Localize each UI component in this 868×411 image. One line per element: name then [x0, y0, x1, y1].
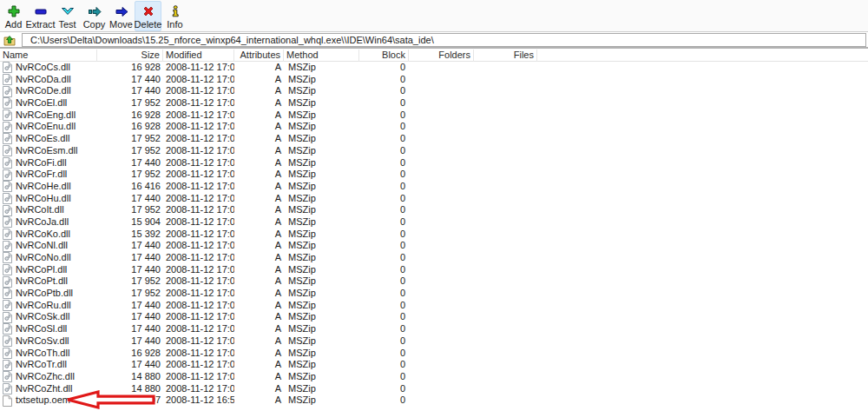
file-files: [474, 359, 537, 371]
table-row[interactable]: NvRCoDa.dll 17 440 2008-11-12 17:00 A MS…: [0, 74, 868, 86]
file-method: MSZip: [284, 85, 359, 97]
file-size: 17 952: [97, 275, 163, 288]
table-row[interactable]: NvRCoFr.dll 17 952 2008-11-12 17:00 A MS…: [0, 169, 868, 181]
file-files: [474, 288, 537, 300]
file-attributes: A: [234, 74, 284, 86]
table-row[interactable]: NvRCoHu.dll 17 440 2008-11-12 17:00 A MS…: [0, 193, 868, 205]
table-row[interactable]: NvRCoEl.dll 17 952 2008-11-12 17:00 A MS…: [0, 97, 868, 109]
column-header-attributes[interactable]: Attributes: [234, 50, 284, 62]
file-attributes: A: [234, 323, 284, 335]
move-button-label: Move: [109, 20, 133, 30]
file-files: [474, 264, 537, 276]
table-row[interactable]: NvRCoCs.dll 16 928 2008-11-12 17:00 A MS…: [0, 62, 868, 74]
table-row[interactable]: NvRCoIt.dll 17 952 2008-11-12 17:00 A MS…: [0, 204, 868, 216]
column-header-row: NameSizeModifiedAttributesMethodBlockFol…: [0, 50, 868, 62]
column-header-files[interactable]: Files: [474, 50, 537, 62]
table-row[interactable]: NvRCoHe.dll 16 416 2008-11-12 17:00 A MS…: [0, 181, 868, 193]
dll-file-icon: [3, 145, 12, 156]
file-block: 0: [359, 62, 409, 74]
move-button[interactable]: Move: [108, 1, 135, 31]
info-button[interactable]: Info: [161, 1, 188, 31]
table-row[interactable]: NvRCoSv.dll 17 440 2008-11-12 17:00 A MS…: [0, 335, 868, 348]
file-folders: [409, 62, 474, 74]
file-files: [474, 145, 537, 157]
file-block: 0: [359, 145, 409, 157]
table-row[interactable]: NvRCoRu.dll 17 440 2008-11-12 17:00 A MS…: [0, 300, 868, 312]
file-modified: 2008-11-12 17:00: [163, 216, 234, 229]
file-block: 0: [359, 121, 409, 133]
delete-button[interactable]: Delete: [135, 1, 161, 31]
table-row[interactable]: NvRCoEng.dll 16 928 2008-11-12 17:00 A M…: [0, 109, 868, 122]
table-row[interactable]: NvRCoPl.dll 17 440 2008-11-12 17:00 A MS…: [0, 264, 868, 276]
file-method: MSZip: [284, 181, 359, 193]
column-header-name[interactable]: Name: [0, 50, 97, 62]
file-size: 15 392: [97, 229, 163, 241]
dll-file-icon: [3, 383, 12, 394]
file-attributes: A: [234, 252, 284, 264]
file-attributes: A: [234, 145, 284, 157]
dll-file-icon: [3, 323, 12, 335]
file-method: MSZip: [284, 371, 359, 383]
file-files: [474, 121, 537, 133]
table-row[interactable]: NvRCoSk.dll 17 440 2008-11-12 17:00 A MS…: [0, 311, 868, 323]
file-modified: 2008-11-12 17:00: [163, 275, 234, 288]
column-header-method[interactable]: Method: [284, 50, 359, 62]
table-row[interactable]: NvRCoTr.dll 17 440 2008-11-12 17:00 A MS…: [0, 359, 868, 371]
file-name: NvRCoNl.dll: [16, 240, 68, 252]
file-files: [474, 275, 537, 288]
table-row[interactable]: NvRCoZhc.dll 14 880 2008-11-12 17:00 A M…: [0, 371, 868, 383]
column-header-size[interactable]: Size: [97, 50, 163, 62]
file-folders: [409, 74, 474, 86]
file-folders: [409, 394, 474, 407]
table-row[interactable]: NvRCoJa.dll 15 904 2008-11-12 17:00 A MS…: [0, 216, 868, 229]
add-button[interactable]: Add: [0, 1, 27, 31]
file-attributes: A: [234, 85, 284, 97]
table-row[interactable]: NvRCoEs.dll 17 952 2008-11-12 17:00 A MS…: [0, 133, 868, 145]
move-arrow-icon: [115, 4, 128, 18]
up-one-level-button[interactable]: [2, 34, 17, 48]
table-row[interactable]: NvRCoEsm.dll 17 952 2008-11-12 17:00 A M…: [0, 145, 868, 157]
table-row[interactable]: NvRCoPtb.dll 17 952 2008-11-12 17:00 A M…: [0, 288, 868, 300]
table-row[interactable]: txtsetup.oem 5 807 2008-11-12 16:57 A MS…: [0, 394, 868, 407]
file-name: NvRCoDa.dll: [16, 74, 71, 86]
file-block: 0: [359, 204, 409, 216]
dll-file-icon: [3, 241, 12, 252]
table-row[interactable]: NvRCoKo.dll 15 392 2008-11-12 17:00 A MS…: [0, 229, 868, 241]
column-header-folders[interactable]: Folders: [409, 50, 474, 62]
file-files: [474, 300, 537, 312]
test-button[interactable]: Test: [54, 1, 81, 31]
extract-button[interactable]: Extract: [27, 1, 54, 31]
file-modified: 2008-11-12 17:00: [163, 97, 234, 109]
file-method: MSZip: [284, 157, 359, 169]
file-files: [474, 311, 537, 323]
file-name: NvRCoZht.dll: [16, 383, 72, 395]
table-row[interactable]: NvRCoFi.dll 17 440 2008-11-12 17:00 A MS…: [0, 157, 868, 169]
dll-file-icon: [3, 122, 12, 133]
file-folders: [409, 85, 474, 97]
table-row[interactable]: NvRCoZht.dll 14 880 2008-11-12 17:00 A M…: [0, 383, 868, 395]
file-block: 0: [359, 97, 409, 109]
table-row[interactable]: NvRCoNo.dll 17 440 2008-11-12 17:00 A MS…: [0, 252, 868, 264]
dll-file-icon: [3, 205, 12, 216]
file-folders: [409, 300, 474, 312]
table-row[interactable]: NvRCoPt.dll 17 952 2008-11-12 17:00 A MS…: [0, 275, 868, 288]
table-row[interactable]: NvRCoEnu.dll 16 928 2008-11-12 17:00 A M…: [0, 121, 868, 133]
file-method: MSZip: [284, 169, 359, 181]
file-block: 0: [359, 252, 409, 264]
table-row[interactable]: NvRCoSl.dll 17 440 2008-11-12 17:00 A MS…: [0, 323, 868, 335]
file-files: [474, 216, 537, 229]
table-row[interactable]: NvRCoTh.dll 16 928 2008-11-12 17:00 A MS…: [0, 348, 868, 360]
table-row[interactable]: NvRCoDe.dll 17 440 2008-11-12 17:00 A MS…: [0, 85, 868, 97]
column-header-modified[interactable]: Modified: [163, 50, 234, 62]
file-modified: 2008-11-12 17:00: [163, 371, 234, 383]
file-list: NvRCoCs.dll 16 928 2008-11-12 17:00 A MS…: [0, 62, 868, 407]
file-attributes: A: [234, 359, 284, 371]
file-modified: 2008-11-12 17:00: [163, 311, 234, 323]
dll-file-icon: [3, 371, 12, 382]
column-header-block[interactable]: Block: [359, 50, 409, 62]
address-path-input[interactable]: [22, 33, 866, 47]
copy-button[interactable]: Copy: [81, 1, 108, 31]
file-block: 0: [359, 348, 409, 360]
file-folders: [409, 275, 474, 288]
table-row[interactable]: NvRCoNl.dll 17 440 2008-11-12 17:00 A MS…: [0, 240, 868, 252]
